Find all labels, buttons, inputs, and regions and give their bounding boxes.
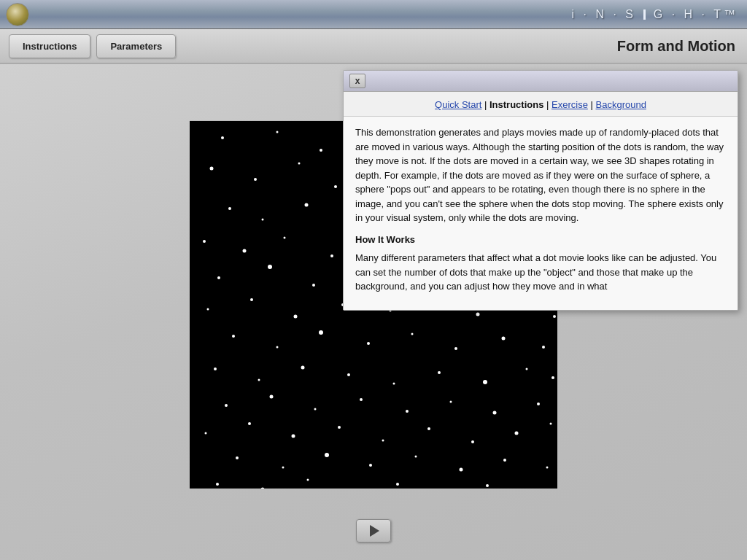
svg-point-82 (471, 440, 474, 443)
svg-point-56 (454, 347, 457, 350)
instructions-button[interactable]: Instructions (9, 34, 90, 58)
svg-point-11 (334, 185, 337, 188)
svg-point-61 (301, 365, 305, 369)
svg-point-77 (248, 422, 251, 425)
svg-point-17 (228, 207, 231, 210)
svg-point-70 (314, 408, 317, 410)
svg-point-19 (305, 203, 309, 206)
svg-point-10 (298, 162, 301, 164)
close-button[interactable]: x (349, 74, 365, 88)
svg-point-55 (411, 332, 414, 335)
svg-point-73 (450, 400, 452, 402)
svg-point-65 (483, 380, 487, 384)
svg-point-71 (360, 398, 363, 401)
svg-point-74 (493, 411, 497, 414)
svg-point-94 (261, 487, 265, 489)
svg-point-93 (216, 483, 219, 486)
svg-point-79 (338, 426, 341, 429)
section-title: How It Works (355, 233, 726, 247)
svg-point-44 (294, 314, 298, 318)
svg-point-18 (262, 218, 264, 220)
svg-point-90 (460, 467, 463, 471)
content-paragraph-1: This demonstration generates and plays m… (355, 125, 726, 225)
svg-point-80 (382, 439, 384, 441)
page-title: Form and Motion (617, 38, 735, 55)
svg-point-51 (232, 335, 235, 338)
nav-separator-2: | (546, 99, 551, 110)
svg-point-75 (537, 402, 540, 405)
svg-point-67 (551, 376, 554, 379)
svg-point-81 (427, 427, 430, 430)
main-area: x Quick Start | Instructions | Exercise … (0, 64, 747, 560)
svg-point-2 (320, 149, 322, 152)
svg-point-34 (217, 276, 220, 279)
svg-point-68 (225, 404, 228, 407)
exercise-link[interactable]: Exercise (551, 99, 588, 110)
svg-point-48 (476, 312, 480, 316)
svg-point-27 (284, 236, 286, 238)
parameters-button[interactable]: Parameters (96, 34, 176, 58)
svg-point-54 (367, 342, 370, 345)
svg-point-91 (503, 459, 506, 462)
svg-point-95 (307, 478, 309, 481)
svg-point-28 (330, 254, 333, 257)
svg-point-72 (406, 410, 409, 413)
svg-point-83 (515, 431, 519, 435)
svg-point-8 (210, 166, 214, 170)
topbar: i · N · S G · H · T™ (0, 0, 747, 29)
svg-point-1 (276, 131, 279, 133)
svg-point-52 (276, 346, 279, 348)
nav-separator-3: | (591, 99, 596, 110)
svg-point-58 (542, 346, 545, 349)
svg-point-88 (369, 464, 372, 467)
svg-point-86 (282, 466, 285, 468)
svg-point-87 (325, 453, 329, 457)
svg-point-60 (258, 378, 260, 381)
nav-separator-1: | (484, 99, 489, 110)
popup-content: This demonstration generates and plays m… (344, 117, 738, 310)
svg-point-36 (312, 284, 315, 287)
svg-point-92 (546, 466, 549, 468)
svg-point-64 (438, 371, 441, 374)
insight-logo-text: i · N · S G · H · T™ (571, 8, 738, 21)
popup-nav: Quick Start | Instructions | Exercise | … (344, 92, 738, 117)
svg-point-50 (553, 315, 556, 318)
svg-point-78 (292, 434, 295, 438)
svg-point-63 (393, 382, 395, 384)
svg-point-85 (236, 456, 239, 459)
svg-point-62 (347, 373, 350, 376)
svg-point-35 (268, 265, 272, 269)
svg-point-42 (207, 308, 209, 310)
svg-point-99 (486, 484, 489, 487)
popup-header: x (344, 71, 738, 92)
svg-point-53 (319, 330, 323, 335)
svg-point-25 (203, 240, 206, 243)
svg-point-97 (396, 483, 399, 486)
quick-start-link[interactable]: Quick Start (435, 99, 481, 110)
svg-point-59 (214, 368, 217, 370)
svg-point-9 (254, 178, 257, 181)
svg-point-89 (415, 455, 417, 457)
svg-point-84 (550, 422, 552, 424)
svg-point-0 (221, 136, 224, 139)
content-paragraph-2: Many different parameters that affect wh… (355, 251, 726, 294)
instructions-link: Instructions (489, 99, 543, 110)
play-button[interactable] (356, 519, 391, 542)
svg-point-26 (243, 249, 247, 252)
background-link[interactable]: Background (596, 99, 646, 110)
svg-point-57 (502, 336, 506, 340)
svg-point-43 (250, 298, 253, 301)
svg-point-66 (526, 368, 528, 370)
svg-point-69 (270, 394, 274, 398)
app-logo (6, 3, 29, 26)
svg-point-76 (205, 432, 207, 434)
navbar: Instructions Parameters Form and Motion (0, 29, 747, 64)
popup-panel: x Quick Start | Instructions | Exercise … (343, 70, 738, 311)
